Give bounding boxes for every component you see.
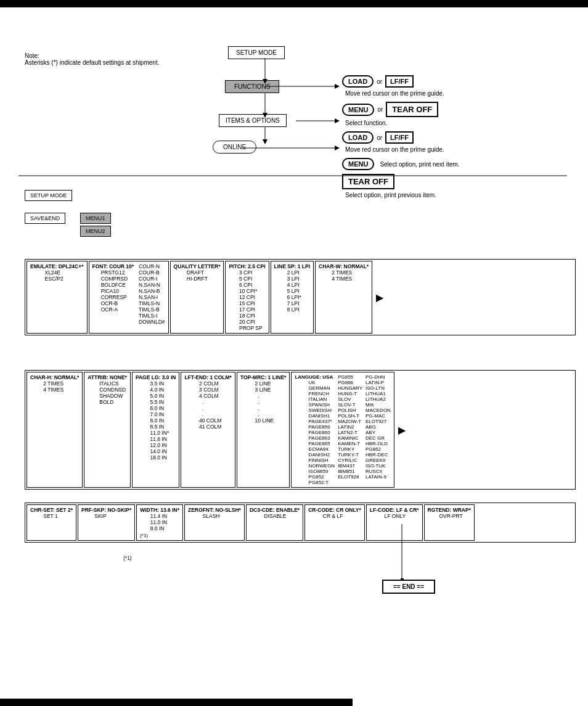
- lang-c2-12: KAMINIC: [338, 435, 362, 441]
- lf-code-box: LF-CODE: LF & CR* LF ONLY: [366, 504, 423, 541]
- font-col2-6: N.SAN-I: [139, 294, 165, 300]
- width-opt2: 11.0 IN: [140, 519, 179, 525]
- tear-off-key-1: TEAR OFF: [386, 102, 438, 117]
- page-lg-opt3: 5.0 IN: [136, 393, 176, 399]
- lang-c3-13: HBR-OLD: [365, 441, 391, 446]
- lang-ecma94: ECMA94: [295, 446, 335, 452]
- lang-c2-10: LATIN2: [338, 424, 362, 430]
- font-col2-2: COUR-B: [139, 269, 165, 276]
- attrib-box: ATTRIB: NONE* ITALICS CONDNSD SHADOW BOL…: [84, 372, 131, 488]
- prf-skp-title: PRF-SKP: NO-SKIP*: [81, 507, 131, 513]
- font-title: FONT: COUR 10*: [92, 263, 134, 269]
- lang-c3-5: LITHUA2: [365, 396, 391, 402]
- lang-c3-14: PG862: [365, 446, 391, 452]
- chr-set-opt1: SET 1: [30, 513, 73, 519]
- pitch-opt5: 12 CPI: [229, 294, 265, 300]
- lang-c3-19: LATAIN-9: [365, 474, 391, 480]
- lang-swedish: SWEDISH: [295, 408, 335, 413]
- pitch-opt7: 17 CPI: [229, 306, 265, 313]
- lang-italian: ITALIAN: [295, 396, 335, 402]
- bottom-bar: [0, 699, 353, 706]
- end-section: == END ==: [382, 580, 435, 594]
- items-options-box: ITEMS & OPTIONS: [219, 114, 287, 127]
- char-w-opt1: 2 TIMES: [319, 269, 369, 276]
- quality-opt1: DRAFT: [174, 269, 221, 276]
- char-w-box: CHAR-W: NORMAL* 2 TIMES 4 TIMES: [315, 261, 372, 334]
- pitch-opt10: PROP SP: [229, 325, 265, 331]
- setup-mode-box-top: SETUP MODE: [228, 46, 285, 59]
- or-2: or: [377, 106, 383, 113]
- font-box: FONT: COUR 10* PRSTG12 COMPRSD BOLDFCE P…: [89, 261, 169, 334]
- top-mrc-dots3: .: [240, 405, 286, 411]
- top-mrc-dots1: .: [240, 393, 286, 399]
- attrib-opt2: CONDNSD: [88, 387, 127, 393]
- lft-end-opt5: 41 COLM: [184, 424, 232, 430]
- lang-iso8859: ISO8859: [295, 469, 335, 474]
- instr-text-2: Select function.: [345, 120, 459, 126]
- lang-page860: PAGE860: [295, 430, 335, 435]
- lang-c3-9: ELOT927: [365, 419, 391, 424]
- lang-c2-15: TURKY-T: [338, 452, 362, 458]
- lang-c2-17: IBM437: [338, 463, 362, 469]
- lang-page863: PAGE863: [295, 435, 335, 441]
- data-row-1: EMULATE: DPL24C+* XL24E ESC/P2 FONT: COU…: [25, 259, 576, 335]
- lang-c3-8: PG-MAC: [365, 413, 391, 419]
- rgtend-title: RGTEND: WRAP*: [428, 507, 471, 513]
- line-sp-opt6: 7 LPI: [274, 300, 311, 306]
- arrow-right-2: ▶: [396, 372, 408, 488]
- load-key-2: LOAD: [342, 131, 374, 144]
- lft-end-dots3: .: [184, 411, 232, 417]
- pitch-title: PITCH: 2.5 CPI: [229, 263, 265, 269]
- menu1-box: MENU1: [80, 213, 111, 224]
- lang-c2-3: HUNGARY: [338, 385, 362, 391]
- attrib-opt1: ITALICS: [88, 380, 127, 387]
- page-lg-opt13: 18.0 IN: [136, 454, 176, 461]
- asterisk-note: Asterisks (*) indicate default settings …: [25, 59, 159, 66]
- top-mrc-opt1: 2 LINE: [240, 380, 286, 387]
- page-lg-opt4: 5.5 IN: [136, 399, 176, 405]
- lang-pg852t: PG852-T: [295, 480, 335, 485]
- svg-marker-11: [335, 146, 340, 150]
- note-section: Note: Asterisks (*) indicate default set…: [25, 52, 159, 66]
- char-w-opt2: 4 TIMES: [319, 276, 369, 282]
- width-box: WIDTH: 13.6 IN* 11.4 IN 11.0 IN 8.0 IN (…: [136, 504, 183, 541]
- lft-end-title: LFT-END: 1 COLM*: [184, 374, 232, 380]
- font-opt7: OCR-A: [92, 306, 134, 313]
- lang-page865: PAGE865: [295, 441, 335, 446]
- quality-title: QUALITY LETTER*: [174, 263, 221, 269]
- svg-marker-9: [335, 118, 340, 123]
- lang-uk: UK: [295, 380, 335, 385]
- online-box: ONLINE: [213, 141, 256, 154]
- lang-c3-1: PG-DHN: [365, 374, 391, 380]
- width-opt3: 8.0 IN: [140, 525, 179, 532]
- save-end-box: SAVE&END: [25, 213, 65, 224]
- top-mrc-box: TOP-MRC: 1 LINE* 2 LINE 3 LINE . . . . 1…: [237, 372, 290, 488]
- page-lg-box: PAGE LG: 3.0 IN 3.5 IN 4.0 IN 5.0 IN 5.5…: [132, 372, 180, 488]
- font-col2-8: TIMLS-B: [139, 306, 165, 313]
- lang-french: FRENCH: [295, 391, 335, 396]
- pitch-opt6: 15 CPI: [229, 300, 265, 306]
- dc3-cde-title: DC3-CDE: ENABLE*: [250, 507, 300, 513]
- page-lg-opt1: 3.5 IN: [136, 380, 176, 387]
- cr-code-title: CR-CODE: CR ONLY*: [308, 507, 361, 513]
- rgtend-box: RGTEND: WRAP* OVR-PRT: [424, 504, 475, 541]
- language-box: LANGUGE: USA UK GERMAN FRENCH ITALIAN SP…: [291, 372, 394, 488]
- pitch-opt9: 20 CPI: [229, 319, 265, 325]
- top-mrc-opt3: 10 LINE: [240, 417, 286, 424]
- font-opt2: COMPRSD: [92, 276, 134, 282]
- char-h-opt1: 2 TIMES: [30, 380, 79, 387]
- char-w-title: CHAR-W: NORMAL*: [319, 263, 369, 269]
- emulate-opt1: XL24E: [30, 269, 84, 276]
- zerofnt-title: ZEROFNT: NO-SLSH*: [188, 507, 241, 513]
- lang-c3-16: GREEKII: [365, 458, 391, 463]
- lf-code-title: LF-CODE: LF & CR*: [370, 507, 419, 513]
- data-row-2: CHAR-H: NORMAL* 2 TIMES 4 TIMES ATTRIB: …: [25, 370, 576, 490]
- pitch-opt1: 3 CPI: [229, 269, 265, 276]
- font-opt6: OCR-B: [92, 300, 134, 306]
- zerofnt-box: ZEROFNT: NO-SLSH* SLASH: [184, 504, 245, 541]
- lang-c3-7: MACEDON: [365, 408, 391, 413]
- lang-c3-15: HBR-DEC: [365, 452, 391, 458]
- lang-c3-4: LITHUA1: [365, 391, 391, 396]
- lft-end-opt4: 40 COLM: [184, 417, 232, 424]
- menu2-box: MENU2: [80, 226, 111, 237]
